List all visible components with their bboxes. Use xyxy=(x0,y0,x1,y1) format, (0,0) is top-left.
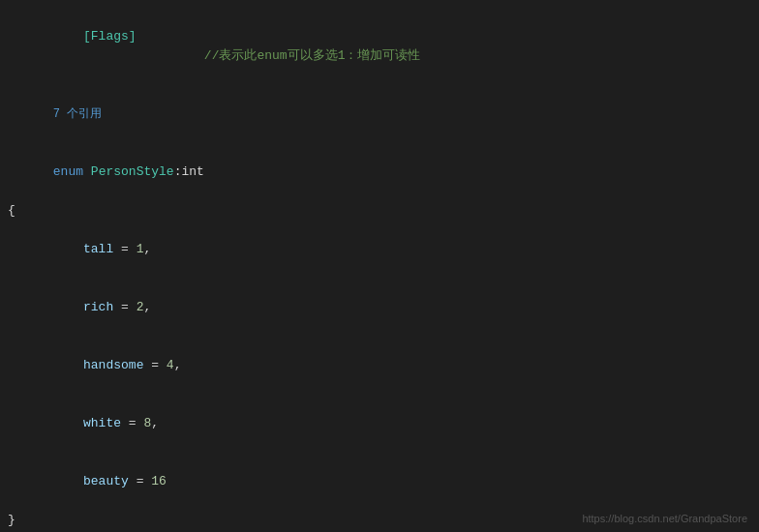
code-line-beauty: beauty = 16 xyxy=(0,453,759,511)
keyword-enum: enum xyxy=(53,164,91,179)
code-editor: [Flags] //表示此enum可以多选1：增加可读性 7 个引用 enum … xyxy=(0,0,759,532)
code-line-brace-open: { xyxy=(0,201,759,221)
val-beauty: 16 xyxy=(151,474,167,488)
op-eq-rich: = xyxy=(121,300,137,314)
code-line-1: [Flags] //表示此enum可以多选1：增加可读性 xyxy=(0,8,759,85)
val-handsome: 4 xyxy=(167,358,174,372)
enum-type: :int xyxy=(174,164,204,179)
enum-name: PersonStyle xyxy=(91,164,174,179)
code-line-rich: rich = 2, xyxy=(0,279,759,337)
op-eq-handsome: = xyxy=(151,358,167,372)
comment-flags: //表示此enum可以多选1：增加可读性 xyxy=(53,48,421,63)
code-line-tall: tall = 1, xyxy=(0,221,759,279)
member-rich: rich xyxy=(53,300,121,314)
member-white: white xyxy=(53,416,129,430)
code-line-white: white = 8, xyxy=(0,395,759,453)
op-eq-tall: = xyxy=(121,242,137,256)
code-line-enum: enum PersonStyle:int xyxy=(0,143,759,201)
watermark: https://blog.csdn.net/GrandpaStore xyxy=(582,513,747,524)
op-eq-beauty: = xyxy=(137,474,152,488)
member-tall: tall xyxy=(53,242,121,256)
code-line-ref1: 7 个引用 xyxy=(0,85,759,143)
op-eq-white: = xyxy=(129,416,144,430)
member-beauty: beauty xyxy=(53,474,137,488)
member-handsome: handsome xyxy=(53,358,151,372)
ref-count-7: 7 个引用 xyxy=(53,107,102,121)
code-line-handsome: handsome = 4, xyxy=(0,337,759,395)
attribute-flags: [Flags] xyxy=(53,29,137,44)
